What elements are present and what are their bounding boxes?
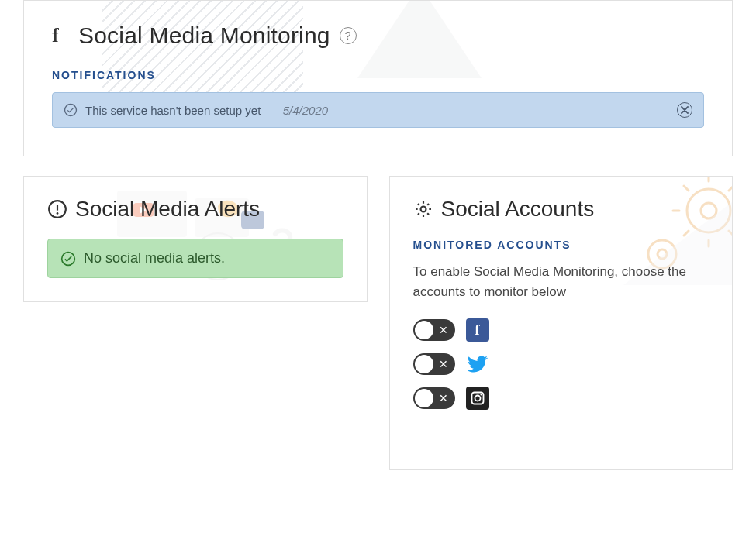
x-icon: ✕ xyxy=(439,325,448,335)
dismiss-notification-button[interactable] xyxy=(677,102,692,118)
svg-point-0 xyxy=(65,105,77,116)
x-icon: ✕ xyxy=(439,359,448,370)
monitored-accounts-label: MONITORED ACCOUNTS xyxy=(413,239,709,251)
gear-icon xyxy=(413,199,433,219)
social-alerts-panel: Social Media Alerts No social media aler… xyxy=(23,176,368,302)
svg-point-26 xyxy=(420,207,426,212)
facebook-outline-icon: f xyxy=(52,24,69,47)
notification-separator: – xyxy=(268,104,274,117)
toggle-instagram[interactable]: ✕ xyxy=(413,387,455,409)
svg-point-28 xyxy=(475,396,480,401)
help-icon[interactable]: ? xyxy=(340,27,357,44)
notification-message: This service hasn't been setup yet xyxy=(85,104,261,117)
svg-line-19 xyxy=(684,186,689,191)
facebook-icon: f xyxy=(466,318,489,342)
accounts-title: Social Accounts xyxy=(441,197,595,222)
page-title-row: f Social Media Monitoring ? xyxy=(52,22,704,49)
accounts-title-row: Social Accounts xyxy=(413,197,709,222)
social-accounts-panel: Social Accounts MONITORED ACCOUNTS To en… xyxy=(389,176,734,470)
twitter-icon xyxy=(466,352,489,376)
toggle-facebook[interactable]: ✕ xyxy=(413,319,455,341)
x-icon: ✕ xyxy=(439,393,448,404)
checkmark-circle-icon xyxy=(64,103,78,117)
checkmark-circle-icon xyxy=(60,251,76,266)
svg-rect-27 xyxy=(471,393,483,404)
svg-point-12 xyxy=(62,252,75,265)
warning-circle-icon xyxy=(47,199,67,219)
svg-line-22 xyxy=(729,186,733,191)
account-row-facebook: ✕ f xyxy=(413,318,709,342)
notification-banner: This service hasn't been setup yet – 5/4… xyxy=(52,92,704,128)
alerts-title: Social Media Alerts xyxy=(75,197,260,222)
alerts-title-row: Social Media Alerts xyxy=(47,197,343,222)
svg-point-29 xyxy=(480,394,482,396)
toggle-twitter[interactable]: ✕ xyxy=(413,353,455,375)
monitoring-hero-panel: f Social Media Monitoring ? NOTIFICATION… xyxy=(23,0,733,156)
account-row-twitter: ✕ xyxy=(413,352,709,376)
no-alerts-banner: No social media alerts. xyxy=(47,239,343,278)
account-row-instagram: ✕ xyxy=(413,387,709,410)
instagram-icon xyxy=(466,387,489,410)
svg-point-11 xyxy=(57,212,59,215)
accounts-description: To enable Social Media Monitoring, choos… xyxy=(413,262,709,301)
no-alerts-message: No social media alerts. xyxy=(84,250,225,266)
notifications-section-label: NOTIFICATIONS xyxy=(52,69,704,81)
page-title: Social Media Monitoring xyxy=(78,22,330,49)
notification-date: 5/4/2020 xyxy=(283,104,328,117)
